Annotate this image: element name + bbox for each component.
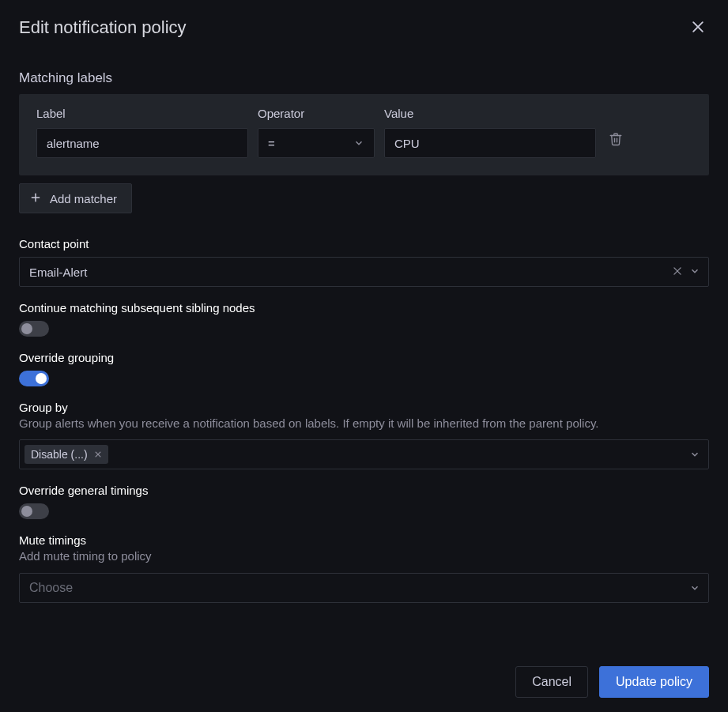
mute-timings-select[interactable]: Choose: [19, 573, 709, 603]
continue-matching-toggle[interactable]: [19, 321, 49, 337]
group-by-select[interactable]: Disable (...): [19, 439, 709, 469]
operator-select[interactable]: =: [258, 128, 375, 158]
mute-timings-description: Add mute timing to policy: [19, 548, 709, 564]
continue-matching-label: Continue matching subsequent sibling nod…: [19, 301, 709, 315]
contact-point-select[interactable]: Email-Alert: [19, 257, 709, 287]
label-input[interactable]: [36, 128, 248, 158]
mute-timings-label: Mute timings: [19, 533, 709, 547]
trash-icon: [609, 137, 623, 149]
group-by-chip-label: Disable (...): [31, 448, 88, 461]
close-icon: [690, 25, 706, 37]
chevron-down-icon: [689, 582, 700, 593]
cancel-button[interactable]: Cancel: [515, 666, 588, 698]
chevron-down-icon: [689, 449, 700, 460]
clear-icon[interactable]: [672, 266, 683, 279]
chevron-down-icon: [353, 138, 364, 149]
operator-column-header: Operator: [258, 107, 375, 120]
group-by-chip: Disable (...): [25, 445, 108, 464]
chip-remove-icon[interactable]: [94, 450, 102, 458]
contact-point-value: Email-Alert: [29, 266, 87, 279]
toggle-knob: [36, 373, 47, 384]
override-timings-label: Override general timings: [19, 484, 709, 497]
mute-timings-placeholder: Choose: [29, 581, 73, 595]
value-input[interactable]: [384, 128, 596, 158]
operator-select-value: =: [268, 137, 275, 150]
override-timings-toggle[interactable]: [19, 503, 49, 519]
override-grouping-label: Override grouping: [19, 351, 709, 364]
override-grouping-toggle[interactable]: [19, 371, 49, 386]
contact-point-label: Contact point: [19, 237, 709, 251]
update-policy-button[interactable]: Update policy: [599, 666, 709, 698]
chevron-down-icon: [689, 266, 700, 279]
group-by-label: Group by: [19, 401, 709, 414]
toggle-knob: [21, 506, 32, 517]
group-by-description: Group alerts when you receive a notifica…: [19, 416, 709, 431]
modal-title: Edit notification policy: [19, 17, 187, 38]
close-button[interactable]: [687, 16, 709, 40]
add-matcher-button[interactable]: Add matcher: [19, 183, 132, 213]
delete-matcher-button[interactable]: [605, 129, 626, 152]
value-column-header: Value: [384, 107, 596, 120]
plus-icon: [29, 191, 42, 206]
matcher-container: Label Operator = Value: [19, 94, 709, 175]
matching-labels-heading: Matching labels: [19, 70, 709, 86]
toggle-knob: [21, 323, 32, 334]
add-matcher-label: Add matcher: [50, 192, 117, 205]
label-column-header: Label: [36, 107, 248, 120]
